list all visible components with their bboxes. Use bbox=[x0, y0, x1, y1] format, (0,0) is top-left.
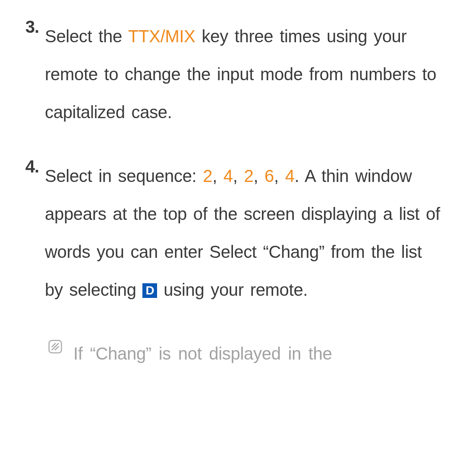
list-item-4: 4.Select in sequence: 2, 4, 2, 6, 4. A t… bbox=[22, 157, 444, 309]
note-row: If “Chang” is not displayed in the bbox=[22, 335, 444, 373]
body-text: using your remote. bbox=[157, 280, 308, 299]
highlight-text: TTX/MIX bbox=[128, 27, 195, 46]
highlight-text: 2 bbox=[203, 166, 212, 185]
body-text: Select the bbox=[45, 27, 128, 46]
highlight-text: 2 bbox=[244, 166, 253, 185]
highlight-text: 6 bbox=[264, 166, 274, 185]
list-marker: 3. bbox=[22, 17, 45, 131]
body-text: , bbox=[274, 166, 285, 185]
body-text: . A thin window appears at the top of th… bbox=[45, 166, 440, 299]
note-icon bbox=[47, 335, 73, 373]
body-text: Select in sequence: bbox=[45, 166, 203, 185]
note-text: If “Chang” is not displayed in the bbox=[73, 335, 332, 373]
d-button-icon: D bbox=[142, 283, 157, 298]
list-content: Select the TTX/MIX key three times using… bbox=[45, 17, 444, 131]
body-text: , bbox=[212, 166, 224, 185]
body-text: , bbox=[253, 166, 264, 185]
instruction-list: 3.Select the TTX/MIX key three times usi… bbox=[22, 17, 444, 309]
body-text: , bbox=[233, 166, 244, 185]
list-item-3: 3.Select the TTX/MIX key three times usi… bbox=[22, 17, 444, 131]
list-content: Select in sequence: 2, 4, 2, 6, 4. A thi… bbox=[45, 157, 444, 309]
list-marker: 4. bbox=[22, 157, 45, 309]
highlight-text: 4 bbox=[285, 166, 295, 185]
highlight-text: 4 bbox=[224, 166, 233, 185]
